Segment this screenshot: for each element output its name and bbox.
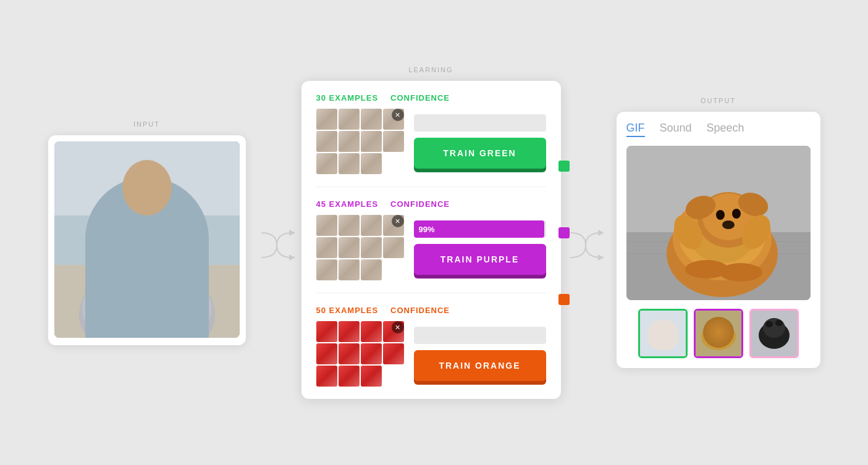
svg-marker-12: [289, 230, 295, 236]
thumb: [339, 237, 360, 258]
svg-marker-14: [598, 230, 604, 236]
thumb: [316, 153, 337, 174]
confidence-train-orange: TRAIN ORANGE: [414, 327, 546, 381]
svg-line-8: [98, 256, 104, 271]
svg-rect-4: [135, 246, 159, 271]
thumb3-svg: [751, 311, 797, 356]
input-section: INPUT: [48, 120, 246, 345]
input-label: INPUT: [133, 120, 160, 128]
thumb: [361, 366, 382, 387]
train-btn-green[interactable]: TRAIN GREEN: [414, 138, 546, 169]
svg-point-5: [113, 199, 181, 275]
thumb: [361, 109, 382, 130]
class-row-orange: 50 EXAMPLES CONFIDENCE ✕: [316, 306, 546, 387]
class-header-purple: 45 EXAMPLES CONFIDENCE: [316, 199, 546, 209]
thumb: [339, 366, 360, 387]
svg-marker-15: [598, 254, 604, 261]
thumb: [316, 237, 337, 258]
thumb: [316, 321, 337, 342]
indicator-purple: [558, 227, 570, 238]
output-label: OUTPUT: [701, 97, 736, 104]
learning-label: LEARNING: [408, 66, 453, 73]
thumb: [361, 153, 382, 174]
svg-point-39: [701, 323, 736, 350]
confidence-label-purple: CONFIDENCE: [390, 199, 450, 209]
output-main-image: [626, 146, 811, 300]
connector-right: [567, 220, 604, 270]
svg-point-28: [722, 220, 735, 229]
thumb: [383, 131, 404, 152]
thumb: [339, 259, 360, 280]
class-header-orange: 50 EXAMPLES CONFIDENCE: [316, 306, 546, 315]
class-content-purple: ✕ 99% TRAIN PURPLE: [316, 215, 546, 280]
tab-speech[interactable]: Speech: [707, 122, 744, 137]
class-row-purple: 45 EXAMPLES CONFIDENCE ✕: [316, 199, 546, 293]
thumb: [339, 109, 360, 130]
train-btn-purple[interactable]: TRAIN PURPLE: [414, 244, 546, 275]
thumb: [339, 343, 360, 364]
svg-point-42: [717, 318, 729, 328]
svg-point-41: [707, 319, 719, 329]
delete-btn-orange[interactable]: ✕: [392, 321, 404, 333]
delete-btn-green[interactable]: ✕: [392, 109, 404, 121]
thumb: [361, 343, 382, 364]
confidence-bar-purple: 99%: [414, 220, 545, 238]
input-to-learning-arrow: [258, 220, 295, 270]
output-thumb-3[interactable]: [749, 309, 799, 358]
examples-count-green: 30 EXAMPLES: [316, 93, 379, 103]
output-thumb-1[interactable]: [638, 309, 688, 358]
confidence-bar-container-purple: 99%: [414, 220, 546, 238]
train-btn-orange[interactable]: TRAIN ORANGE: [414, 350, 546, 381]
svg-rect-35: [640, 311, 686, 356]
thumb-image-1: [640, 311, 686, 356]
svg-point-40: [706, 317, 731, 339]
svg-point-7: [93, 270, 115, 297]
input-card: [48, 135, 246, 345]
delete-btn-purple[interactable]: ✕: [392, 215, 404, 227]
thumb: [316, 343, 337, 364]
confidence-bar-container-green: [414, 114, 546, 132]
confidence-label-green: CONFIDENCE: [390, 93, 450, 103]
examples-count-purple: 45 EXAMPLES: [316, 199, 379, 209]
confidence-bar-orange: [414, 327, 419, 344]
output-section: OUTPUT GIF Sound Speech: [617, 97, 820, 368]
tab-gif[interactable]: GIF: [626, 122, 645, 137]
svg-point-10: [130, 226, 141, 240]
output-thumbnails: [626, 309, 811, 358]
output-thumb-2[interactable]: [694, 309, 743, 358]
svg-point-26: [716, 210, 725, 220]
thumb: [383, 237, 404, 258]
person-image: [54, 141, 240, 338]
examples-count-orange: 50 EXAMPLES: [316, 306, 379, 315]
thumb: [339, 321, 360, 342]
thumbnails-grid-green: ✕: [316, 109, 404, 174]
svg-point-37: [652, 321, 674, 343]
svg-point-3: [79, 265, 215, 338]
svg-point-6: [82, 265, 212, 338]
confidence-train-purple: 99% TRAIN PURPLE: [414, 220, 546, 275]
thumb: [361, 215, 382, 236]
learning-section: LEARNING 30 EXAMPLES CONFIDENCE ✕: [301, 66, 561, 399]
learning-to-output-arrow: [567, 220, 604, 270]
confidence-train-green: TRAIN GREEN: [414, 114, 546, 169]
learning-card: 30 EXAMPLES CONFIDENCE ✕: [301, 81, 561, 399]
thumb: [361, 131, 382, 152]
thumb: [316, 215, 337, 236]
tab-sound[interactable]: Sound: [660, 122, 692, 137]
class-header-green: 30 EXAMPLES CONFIDENCE: [316, 93, 546, 103]
thumbnails-grid-orange: ✕: [316, 321, 404, 387]
thumb: [316, 366, 337, 387]
thumb: [383, 343, 404, 364]
main-container: INPUT: [0, 0, 868, 465]
thumb2-svg: [696, 311, 741, 356]
class-content-green: ✕ TRAIN GREEN: [316, 109, 546, 174]
output-card: GIF Sound Speech: [617, 112, 820, 368]
class-row-green: 30 EXAMPLES CONFIDENCE ✕: [316, 93, 546, 187]
person-svg: [54, 141, 240, 338]
svg-marker-13: [289, 254, 295, 261]
thumb: [316, 259, 337, 280]
thumb: [339, 153, 360, 174]
svg-point-34: [719, 263, 762, 282]
dog-gif-svg: [626, 146, 811, 300]
output-tabs: GIF Sound Speech: [626, 122, 811, 137]
